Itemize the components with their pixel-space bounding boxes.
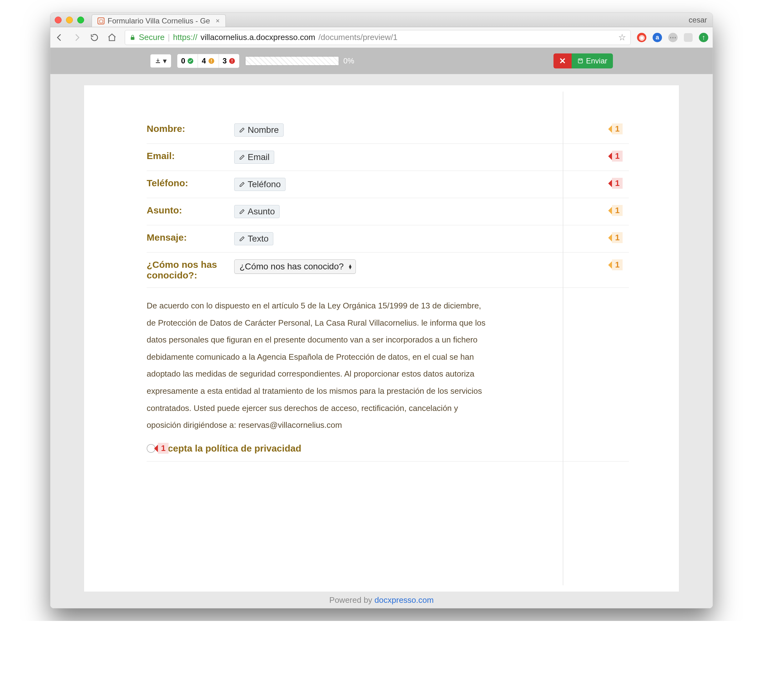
close-window-button[interactable] bbox=[55, 17, 62, 23]
extension-icon[interactable]: ↑ bbox=[699, 33, 708, 42]
pencil-icon bbox=[239, 127, 245, 133]
favicon-icon: ▢ bbox=[97, 17, 105, 24]
input-placeholder: Teléfono bbox=[248, 180, 281, 189]
form-row: Email: Email 1 bbox=[147, 144, 629, 171]
select-arrows-icon: ▲▼ bbox=[348, 264, 353, 269]
form-row: Asunto: Asunto 1 bbox=[147, 198, 629, 225]
toolbar: Secure | https://villacornelius.a.docxpr… bbox=[50, 27, 713, 48]
close-icon: ✕ bbox=[559, 56, 566, 66]
download-button[interactable]: ▾ bbox=[150, 54, 171, 68]
field-label: Mensaje: bbox=[147, 232, 234, 243]
field-label: Teléfono: bbox=[147, 178, 234, 188]
bookmark-star-icon[interactable]: ☆ bbox=[618, 32, 626, 42]
input-placeholder: Email bbox=[248, 152, 269, 162]
caret-down-icon: ▾ bbox=[163, 56, 167, 65]
svg-rect-4 bbox=[211, 59, 212, 62]
validation-badge: 1 bbox=[608, 205, 636, 216]
select-value: ¿Cómo nos has conocido? bbox=[240, 262, 344, 272]
svg-rect-8 bbox=[232, 62, 232, 63]
field-label: Nombre: bbox=[147, 123, 234, 134]
browser-tab[interactable]: ▢ Formulario Villa Cornelius - Ge × bbox=[92, 14, 226, 27]
forward-button[interactable] bbox=[72, 33, 83, 42]
reload-button[interactable] bbox=[90, 33, 101, 42]
progress-percent: 0% bbox=[343, 56, 354, 65]
validation-badge: 1 bbox=[154, 443, 629, 454]
validation-badge: 1 bbox=[608, 178, 636, 189]
text-input[interactable]: Texto bbox=[234, 232, 273, 245]
home-icon[interactable] bbox=[107, 33, 119, 42]
svg-rect-5 bbox=[211, 62, 212, 63]
how-known-select[interactable]: ¿Cómo nos has conocido? ▲▼ bbox=[234, 259, 356, 274]
cancel-button[interactable]: ✕ bbox=[553, 53, 572, 69]
lock-icon bbox=[130, 34, 136, 41]
accept-privacy-row: Acepta la política de privacidad 1 bbox=[147, 436, 629, 462]
counter-complete: 0 bbox=[177, 54, 198, 68]
address-bar[interactable]: Secure | https://villacornelius.a.docxpr… bbox=[125, 30, 631, 45]
form-row: Teléfono: Teléfono 1 bbox=[147, 171, 629, 198]
text-input[interactable]: Asunto bbox=[234, 205, 280, 218]
validation-badge: 1 bbox=[608, 259, 636, 270]
url-host: villacornelius.a.docxpresso.com bbox=[201, 33, 315, 42]
pencil-icon bbox=[239, 181, 245, 188]
text-input[interactable]: Email bbox=[234, 151, 274, 164]
check-circle-icon bbox=[187, 58, 194, 64]
svg-rect-0 bbox=[131, 37, 135, 40]
svg-rect-9 bbox=[578, 59, 582, 63]
progress-bar bbox=[245, 56, 339, 66]
field-label: Email: bbox=[147, 151, 234, 161]
minimize-window-button[interactable] bbox=[66, 17, 73, 23]
maximize-window-button[interactable] bbox=[77, 17, 84, 23]
send-label: Enviar bbox=[586, 56, 607, 65]
profile-label[interactable]: cesar bbox=[689, 16, 707, 24]
pencil-icon bbox=[239, 208, 245, 215]
titlebar: ▢ Formulario Villa Cornelius - Ge × cesa… bbox=[50, 13, 713, 27]
validation-badge: 1 bbox=[608, 232, 636, 243]
browser-window: ▢ Formulario Villa Cornelius - Ge × cesa… bbox=[50, 12, 713, 608]
extension-icon[interactable] bbox=[684, 33, 692, 42]
input-placeholder: Asunto bbox=[248, 206, 275, 217]
counter-warning: 4 bbox=[198, 54, 219, 68]
tab-title: Formulario Villa Cornelius - Ge bbox=[108, 17, 210, 25]
warning-circle-icon bbox=[208, 58, 215, 64]
text-input[interactable]: Nombre bbox=[234, 123, 284, 137]
pencil-icon bbox=[239, 154, 245, 160]
input-placeholder: Texto bbox=[248, 234, 269, 244]
validation-badge: 1 bbox=[608, 151, 636, 162]
input-placeholder: Nombre bbox=[248, 125, 279, 135]
close-tab-icon[interactable]: × bbox=[216, 17, 220, 25]
url-path: /documents/preview/1 bbox=[318, 33, 398, 42]
save-icon bbox=[577, 58, 583, 64]
secure-label: Secure bbox=[139, 33, 165, 42]
download-icon bbox=[155, 58, 161, 64]
extension-icon[interactable]: ⋯ bbox=[668, 33, 678, 42]
field-label: ¿Cómo nos has conocido?: bbox=[147, 259, 234, 281]
error-circle-icon bbox=[229, 58, 235, 64]
url-protocol: https:// bbox=[173, 33, 197, 42]
form-row: Nombre: Nombre 1 bbox=[147, 117, 629, 144]
counter-error: 3 bbox=[219, 54, 239, 68]
validation-badge: 1 bbox=[608, 123, 636, 134]
form-row-select: ¿Cómo nos has conocido?: ¿Cómo nos has c… bbox=[147, 253, 629, 288]
extension-icon[interactable]: ◉ bbox=[637, 33, 646, 42]
window-controls bbox=[55, 17, 84, 23]
text-input[interactable]: Teléfono bbox=[234, 178, 285, 191]
pencil-icon bbox=[239, 236, 245, 242]
footer-brand-link[interactable]: docxpresso.com bbox=[374, 595, 434, 605]
form-row: Mensaje: Texto 1 bbox=[147, 225, 629, 253]
app-toolbar: ▾ 0 4 3 bbox=[50, 48, 713, 74]
svg-rect-7 bbox=[232, 59, 232, 62]
svg-rect-1 bbox=[156, 62, 160, 63]
legal-text: De acuerdo con lo dispuesto en el artícu… bbox=[147, 297, 487, 434]
field-label: Asunto: bbox=[147, 205, 234, 216]
back-button[interactable] bbox=[55, 33, 66, 42]
document-canvas: Nombre: Nombre 1 Email: Email 1 bbox=[50, 74, 713, 608]
document-page: Nombre: Nombre 1 Email: Email 1 bbox=[84, 85, 679, 592]
footer: Powered by docxpresso.com bbox=[84, 595, 679, 605]
send-button[interactable]: Enviar bbox=[572, 53, 613, 69]
status-counters: 0 4 3 bbox=[177, 54, 240, 68]
extension-icon[interactable]: a bbox=[653, 33, 662, 42]
